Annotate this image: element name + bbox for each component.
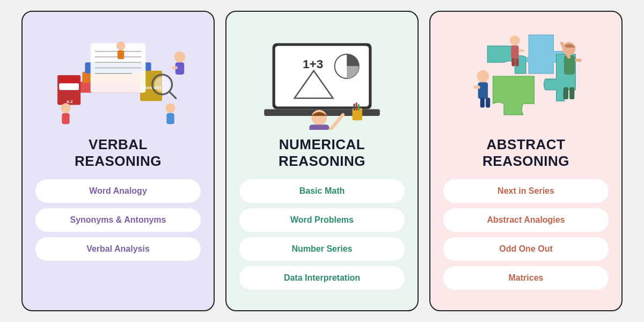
svg-rect-50 xyxy=(575,58,581,62)
abstract-reasoning-card: ABSTRACT REASONING Next in Series Abstra… xyxy=(429,11,623,311)
svg-rect-53 xyxy=(569,87,574,100)
svg-rect-13 xyxy=(59,77,79,83)
abstract-next-in-series[interactable]: Next in Series xyxy=(443,179,609,203)
abstract-abstract-analogies[interactable]: Abstract Analogies xyxy=(443,208,609,232)
svg-rect-40 xyxy=(354,104,355,110)
numerical-number-series[interactable]: Number Series xyxy=(239,237,405,261)
verbal-verbal-analysis[interactable]: Verbal Analysis xyxy=(35,237,201,261)
svg-rect-57 xyxy=(511,58,515,66)
svg-rect-27 xyxy=(118,50,124,59)
svg-rect-58 xyxy=(515,58,518,66)
svg-point-22 xyxy=(61,103,70,113)
abstract-matrices[interactable]: Matrices xyxy=(443,266,609,290)
abstract-illustration xyxy=(443,23,609,130)
numerical-basic-math[interactable]: Basic Math xyxy=(239,179,405,203)
svg-point-24 xyxy=(165,103,175,113)
svg-rect-29 xyxy=(275,46,369,107)
svg-point-43 xyxy=(477,70,489,83)
numerical-illustration: 1+3 xyxy=(239,23,405,130)
svg-rect-44 xyxy=(478,82,488,99)
numerical-data-interpretation[interactable]: Data Interpretation xyxy=(239,266,405,290)
numerical-title: NUMERICAL REASONING xyxy=(279,136,365,170)
verbal-title: VERBAL REASONING xyxy=(75,136,162,170)
svg-rect-25 xyxy=(166,113,174,125)
svg-line-18 xyxy=(169,92,175,98)
numerical-word-problems[interactable]: Word Problems xyxy=(239,208,405,232)
svg-point-26 xyxy=(116,41,125,50)
verbal-illustration: GRAMMAR A-Z xyxy=(35,23,201,130)
svg-rect-23 xyxy=(62,113,69,125)
svg-rect-52 xyxy=(564,87,568,100)
svg-rect-56 xyxy=(519,49,524,52)
svg-rect-42 xyxy=(358,104,360,110)
abstract-title: ABSTRACT REASONING xyxy=(482,136,569,170)
svg-point-17 xyxy=(155,77,170,92)
svg-rect-46 xyxy=(480,98,485,107)
verbal-synonyms-antonyms[interactable]: Synonyms & Antonyms xyxy=(35,208,201,232)
svg-rect-55 xyxy=(511,46,518,59)
svg-rect-45 xyxy=(473,85,480,89)
svg-rect-41 xyxy=(356,103,357,110)
svg-point-19 xyxy=(174,52,186,63)
svg-rect-21 xyxy=(172,67,178,69)
verbal-reasoning-card: GRAMMAR A-Z xyxy=(21,11,215,311)
svg-line-36 xyxy=(329,115,343,130)
svg-rect-47 xyxy=(486,98,490,107)
svg-rect-35 xyxy=(309,125,329,130)
numerical-reasoning-card: 1+3 NUMERICAL REASO xyxy=(225,11,419,311)
svg-text:1+3: 1+3 xyxy=(303,57,323,71)
svg-point-54 xyxy=(510,35,519,45)
verbal-word-analogy[interactable]: Word Analogy xyxy=(35,179,201,203)
svg-rect-14 xyxy=(59,83,79,90)
abstract-odd-one-out[interactable]: Odd One Out xyxy=(443,237,609,261)
